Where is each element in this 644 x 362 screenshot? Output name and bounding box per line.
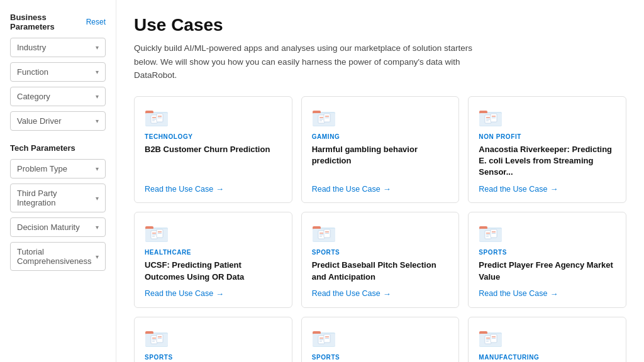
card-category: SPORTS [312, 354, 449, 361]
cards-grid: TECHNOLOGY B2B Customer Churn Prediction… [134, 96, 626, 362]
card-title: Predict Baseball Pitch Selection and Ant… [312, 260, 449, 282]
read-link-text: Read the Use Case [479, 289, 547, 298]
card-category: TECHNOLOGY [145, 133, 282, 140]
card-category: SPORTS [145, 354, 282, 361]
chevron-icon: ▾ [96, 195, 99, 202]
read-link-text: Read the Use Case [312, 185, 380, 194]
tech-section: Tech Parameters Problem Type▾Third Party… [10, 143, 106, 271]
card-category: MANUFACTURING [479, 354, 616, 361]
chevron-icon: ▾ [96, 44, 99, 51]
read-use-case-link[interactable]: Read the Use Case → [145, 289, 282, 299]
arrow-icon: → [383, 289, 391, 299]
use-case-card[interactable]: NON PROFIT Anacostia Riverkeeper: Predic… [468, 96, 626, 204]
business-section-title: Business Parameters [10, 13, 86, 31]
main-content: Use Cases Quickly build AI/ML-powered ap… [116, 0, 644, 362]
chevron-icon: ▾ [96, 253, 99, 260]
use-case-card[interactable]: HEALTHCARE UCSF: Predicting Patient Outc… [134, 212, 292, 307]
dropdown-function[interactable]: Function▾ [10, 62, 106, 82]
dropdown-label-industry: Industry [17, 43, 46, 52]
arrow-icon: → [550, 289, 558, 299]
use-case-card[interactable]: MANUFACTURING Detect Plant Disease Read … [468, 317, 626, 362]
dropdown-label-value-driver: Value Driver [17, 116, 62, 126]
arrow-icon: → [216, 184, 224, 194]
business-section-header: Business Parameters Reset [10, 13, 106, 31]
chevron-icon: ▾ [96, 118, 99, 124]
read-use-case-link[interactable]: Read the Use Case → [479, 289, 616, 299]
dropdown-label-decision-maturity: Decision Maturity [17, 222, 80, 232]
card-title: Harmful gambling behavior prediction [312, 144, 449, 178]
page-title: Use Cases [134, 15, 626, 35]
tech-section-header: Tech Parameters [10, 143, 106, 153]
card-title: B2B Customer Churn Prediction [145, 144, 282, 178]
dropdown-label-tutorial-comp: Tutorial Comprehensiveness [17, 247, 96, 266]
read-link-text: Read the Use Case [479, 185, 547, 194]
card-category: HEALTHCARE [145, 249, 282, 256]
use-case-card[interactable]: SPORTS Predict Player Free Agency Market… [468, 212, 626, 307]
tech-dropdowns: Problem Type▾Third Party Integration▾Dec… [10, 159, 106, 271]
chevron-icon: ▾ [96, 69, 99, 75]
chevron-icon: ▾ [96, 165, 99, 172]
read-use-case-link[interactable]: Read the Use Case → [312, 184, 449, 194]
dropdown-industry[interactable]: Industry▾ [10, 38, 106, 57]
business-dropdowns: Industry▾Function▾Category▾Value Driver▾ [10, 38, 106, 131]
arrow-icon: → [550, 184, 558, 194]
card-category: SPORTS [312, 249, 449, 256]
dropdown-third-party[interactable]: Third Party Integration▾ [10, 184, 106, 212]
arrow-icon: → [383, 184, 391, 194]
read-link-text: Read the Use Case [145, 289, 213, 298]
sidebar: Business Parameters Reset Industry▾Funct… [0, 0, 116, 362]
use-case-card[interactable]: SPORTS Predict In-Game Foot Traffic Tren… [134, 317, 292, 362]
card-category: SPORTS [479, 249, 616, 256]
read-use-case-link[interactable]: Read the Use Case → [479, 184, 616, 194]
tech-section-title: Tech Parameters [10, 143, 75, 153]
page-description: Quickly build AI/ML-powered apps and ana… [134, 41, 499, 82]
read-use-case-link[interactable]: Read the Use Case → [145, 184, 282, 194]
dropdown-label-third-party: Third Party Integration [17, 189, 96, 207]
dropdown-decision-maturity[interactable]: Decision Maturity▾ [10, 217, 106, 237]
dropdown-problem-type[interactable]: Problem Type▾ [10, 159, 106, 178]
chevron-icon: ▾ [96, 224, 99, 231]
use-case-card[interactable]: SPORTS Predict Player Performance for Fa… [301, 317, 460, 362]
card-category: NON PROFIT [479, 133, 616, 140]
card-title: Anacostia Riverkeeper: Predicting E. col… [479, 144, 616, 178]
read-link-text: Read the Use Case [145, 185, 213, 194]
read-link-text: Read the Use Case [312, 289, 380, 298]
chevron-icon: ▾ [96, 93, 99, 100]
dropdown-label-category: Category [17, 92, 50, 101]
dropdown-label-function: Function [17, 67, 48, 77]
arrow-icon: → [216, 289, 224, 299]
use-case-card[interactable]: SPORTS Predict Baseball Pitch Selection … [301, 212, 460, 307]
card-category: GAMING [312, 133, 449, 140]
card-title: UCSF: Predicting Patient Outcomes Using … [145, 260, 282, 282]
read-use-case-link[interactable]: Read the Use Case → [312, 289, 449, 299]
dropdown-value-driver[interactable]: Value Driver▾ [10, 111, 106, 131]
dropdown-tutorial-comp[interactable]: Tutorial Comprehensiveness▾ [10, 242, 106, 271]
dropdown-label-problem-type: Problem Type [17, 164, 67, 173]
dropdown-category[interactable]: Category▾ [10, 87, 106, 106]
card-title: Predict Player Free Agency Market Value [479, 260, 616, 282]
use-case-card[interactable]: GAMING Harmful gambling behavior predict… [301, 96, 460, 204]
reset-button[interactable]: Reset [86, 18, 106, 26]
use-case-card[interactable]: TECHNOLOGY B2B Customer Churn Prediction… [134, 96, 292, 204]
